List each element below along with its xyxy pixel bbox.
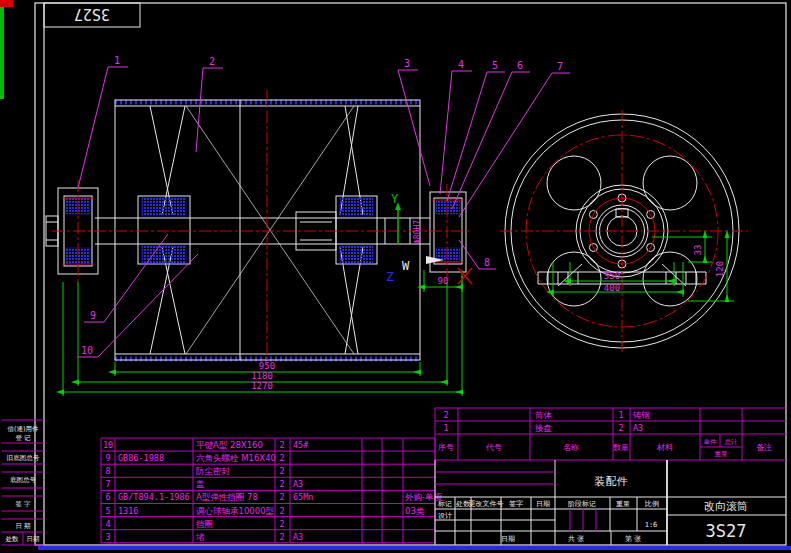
- bom-header-mat: 材料: [656, 443, 673, 452]
- strip-old-master-label: 旧底图总号: [7, 454, 40, 462]
- drawing-number: 3S27: [706, 521, 747, 541]
- bom-cell: 3: [105, 532, 110, 542]
- date-label: 日期: [501, 535, 515, 543]
- change-date-label: 日期: [536, 500, 550, 508]
- bom-header-unit: 单件: [704, 438, 718, 446]
- dim-33: 33: [693, 245, 703, 256]
- bom-cell: A型弹性挡圈 78: [196, 492, 258, 502]
- bom-cell: 2: [279, 466, 284, 476]
- bom-row-9: 9 GB86-1988 六角头螺栓 M16X40 2: [105, 453, 284, 463]
- bom-cell: 65Mn: [293, 492, 313, 502]
- title-block: 装配件 改向滚筒 3S27 标记 处数 更改文件号 签字 日期 设计 日期 阶段…: [435, 460, 786, 545]
- callout-5: 5: [492, 60, 498, 71]
- bom-cell: A3: [293, 479, 303, 489]
- cad-canvas: 3S27 借(通)用件 登 记 旧底图总号 底图总号 签 字 日 期 处数 日期: [0, 0, 791, 553]
- bom-cell: 防尘密封: [196, 466, 231, 476]
- bom-cell: 4: [105, 519, 110, 529]
- bottom-edge-strip: [38, 546, 791, 550]
- bom-header-qty: 数量: [613, 443, 629, 452]
- bom-cell: 平键A型 28X160: [196, 440, 263, 450]
- dim-1180: 1180: [251, 371, 273, 381]
- bom-row-3: 3 堵 2 A3: [105, 532, 303, 542]
- bom-cell: 挡圈: [195, 519, 213, 529]
- weight-label: 重量: [616, 500, 630, 508]
- strip-date2-label: 日期: [27, 535, 40, 543]
- change-mark-label: 标记: [437, 500, 452, 508]
- bom-cell: 8: [105, 466, 110, 476]
- bom-cell: 2: [279, 519, 284, 529]
- bom-cell: 2: [279, 532, 284, 542]
- bom-cell: 铸钢: [632, 410, 650, 420]
- mirrored-label-box: 3S27: [44, 3, 140, 27]
- bom-row-6: 6 GB/T894.1-1986 A型弹性挡圈 78 2 65Mn 外购-单项: [105, 492, 442, 502]
- bom-row-8: 8 防尘密封 2: [105, 466, 284, 476]
- bom-header-row: 序号 代号 名称 数量 材料 单件 总计 重量 备注: [438, 438, 772, 458]
- callout-1: 1: [114, 55, 120, 66]
- drawing-sheet: 3S27 借(通)用件 登 记 旧底图总号 底图总号 签 字 日 期 处数 日期: [0, 0, 791, 553]
- dim-90: 90: [438, 276, 449, 286]
- bom-cell: 1: [618, 410, 623, 420]
- ucs-icon: [0, 0, 13, 99]
- bom-header-total: 总计: [724, 438, 739, 446]
- bom-cell: A3: [293, 532, 303, 542]
- bom-table-left: 10 平键A型 28X160 2 45# 9 GB86-1988 六角头螺栓 M…: [101, 438, 443, 543]
- bom-cell: 2: [279, 440, 284, 450]
- change-file-label: 更改文件号: [469, 499, 504, 508]
- strip-count-label: 处数: [6, 535, 20, 543]
- design-label: 设计: [438, 512, 452, 520]
- bom-cell: 1316: [118, 506, 138, 516]
- callout-8: 8: [484, 257, 490, 268]
- bom-header-weight: 重量: [715, 450, 729, 458]
- stage-mark-label: 阶段标记: [568, 500, 596, 508]
- callout-10: 10: [81, 345, 93, 356]
- strip-register-label: 登 记: [15, 434, 31, 442]
- strip-date-label: 日 期: [15, 522, 30, 530]
- dim-1270: 1270: [251, 381, 273, 391]
- dim-950: 950: [259, 361, 275, 371]
- bom-cell: 9: [105, 453, 110, 463]
- bom-row-2: 2 筒体 1 铸钢: [443, 410, 650, 420]
- callout-2: 2: [209, 56, 215, 67]
- dim-120: 120: [715, 261, 725, 277]
- sheet-no-label: 第 张: [625, 535, 641, 543]
- side-dimensions: [553, 237, 734, 301]
- bom-cell: 盖: [196, 479, 205, 489]
- drawing-title: 改向滚筒: [704, 500, 748, 513]
- ucs-y-label: Y: [391, 192, 399, 206]
- bom-cell: 堵: [195, 532, 205, 542]
- bom-cell: 7: [105, 479, 110, 489]
- sheet-total-label: 共 张: [568, 535, 584, 543]
- bom-cell: 10: [103, 440, 113, 450]
- bom-cell: 1: [443, 423, 448, 433]
- bom-header-name: 名称: [563, 443, 579, 452]
- callout-7: 7: [557, 61, 563, 72]
- left-record-strip: 借(通)用件 登 记 旧底图总号 底图总号 签 字 日 期 处数 日期: [2, 420, 44, 545]
- bom-row-5: 5 1316 调心球轴承10000型 2 03类: [105, 506, 424, 516]
- ucs-w-label: W: [402, 259, 410, 273]
- bom-header-note: 备注: [756, 443, 772, 452]
- bom-header-no: 序号: [438, 443, 454, 452]
- strip-borrow-label: 借(通)用件: [7, 425, 39, 433]
- bom-cell: GB/T894.1-1986: [118, 492, 190, 502]
- front-view: 950 1180 1270 90 Φ80H7 Y W Z: [46, 55, 570, 396]
- dim-400: 400: [604, 283, 620, 293]
- bom-cell: 2: [618, 423, 623, 433]
- callout-6: 6: [517, 60, 523, 71]
- scale-label: 比例: [645, 500, 659, 508]
- bom-row-10: 10 平键A型 28X160 2 45#: [103, 440, 309, 450]
- part-type-label: 装配件: [595, 475, 628, 488]
- side-view: 350 400 33 120: [500, 110, 748, 352]
- bom-header-code: 代号: [485, 443, 502, 452]
- bom-cell: 2: [279, 506, 284, 516]
- callout-4: 4: [458, 59, 464, 70]
- ucs-z-label: Z: [386, 269, 394, 284]
- bom-table-right: 2 筒体 1 铸钢 1 接盘 2 A3 序号 代号 名称 数量 材料 单件 总计…: [435, 408, 786, 460]
- bom-cell: 2: [279, 492, 284, 502]
- dim-350: 350: [604, 271, 620, 281]
- bom-cell: 2: [279, 453, 284, 463]
- callout-3: 3: [404, 58, 410, 69]
- bom-cell: 2: [279, 479, 284, 489]
- bom-cell: 接盘: [534, 423, 552, 433]
- change-sign-label: 签字: [509, 500, 523, 508]
- bom-cell: 2: [443, 410, 448, 420]
